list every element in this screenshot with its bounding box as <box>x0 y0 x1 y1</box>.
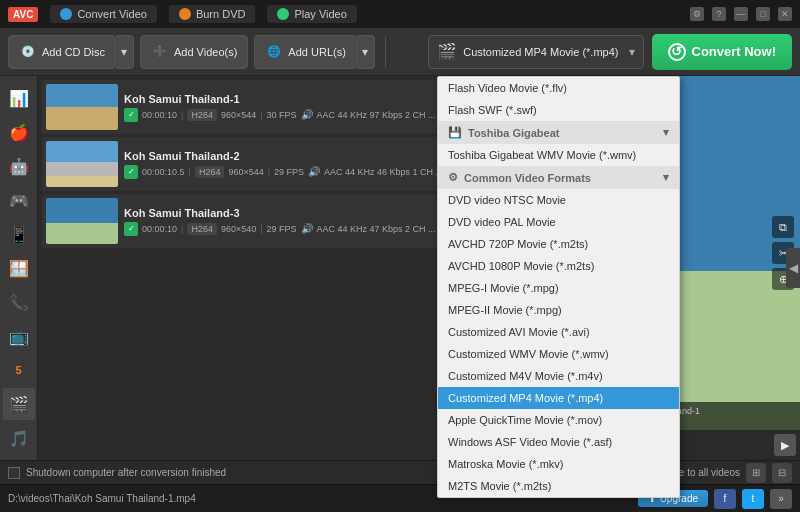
add-url-dropdown-button[interactable]: ▾ <box>357 35 375 69</box>
video-res-1: 960×544 <box>221 110 256 120</box>
play-video-icon <box>277 8 289 20</box>
mkv-label: Matroska Movie (*.mkv) <box>448 458 564 470</box>
video-audio-1: AAC 44 KHz 97 Kbps 2 CH ... <box>317 110 436 120</box>
video-audio-3: AAC 44 KHz 47 Kbps 2 CH ... <box>317 224 436 234</box>
burn-dvd-icon <box>179 8 191 20</box>
title-bar-left: AVC Convert Video Burn DVD Play Video <box>8 5 357 23</box>
tab-convert-video[interactable]: Convert Video <box>50 5 157 23</box>
dropdown-item-mov[interactable]: Apple QuickTime Movie (*.mov) <box>438 409 679 431</box>
maximize-button[interactable]: □ <box>756 7 770 21</box>
dropdown-item-wmv[interactable]: Customized WMV Movie (*.wmv) <box>438 343 679 365</box>
dropdown-item-m4v[interactable]: Customized M4V Movie (*.m4v) <box>438 365 679 387</box>
common-expand-icon[interactable]: ▾ <box>663 171 669 184</box>
shutdown-checkbox[interactable] <box>8 467 20 479</box>
tab-convert-video-label: Convert Video <box>77 8 147 20</box>
preview-collapse-arrow[interactable]: ◀ <box>786 248 800 288</box>
shutdown-label: Shutdown computer after conversion finis… <box>26 467 226 478</box>
help-button[interactable]: ? <box>712 7 726 21</box>
wmv-label: Customized WMV Movie (*.wmv) <box>448 348 609 360</box>
minimize-button[interactable]: — <box>734 7 748 21</box>
dropdown-item-dvd-pal[interactable]: DVD video PAL Movie <box>438 211 679 233</box>
format-selector-label: Customized MP4 Movie (*.mp4) <box>463 46 618 58</box>
add-video-icon: ➕ <box>151 43 169 61</box>
dropdown-item-mpeg2[interactable]: MPEG-II Movie (*.mpg) <box>438 299 679 321</box>
avi-label: Customized AVI Movie (*.avi) <box>448 326 590 338</box>
dropdown-item-flv[interactable]: Flash Video Movie (*.flv) <box>438 77 679 99</box>
dvd-pal-label: DVD video PAL Movie <box>448 216 556 228</box>
convert-video-icon <box>60 8 72 20</box>
settings-button[interactable]: ⚙ <box>690 7 704 21</box>
dropdown-header-common: ⚙ Common Video Formats ▾ <box>438 166 679 189</box>
dropdown-item-avi[interactable]: Customized AVI Movie (*.avi) <box>438 321 679 343</box>
facebook-button[interactable]: f <box>714 489 736 509</box>
video-duration-1: 00:00:10 <box>142 110 177 120</box>
video-res-2: 960×544 <box>228 167 263 177</box>
video-duration-3: 00:00:10 <box>142 224 177 234</box>
chart-icon[interactable]: 📊 <box>3 82 35 114</box>
toolbar: 💿 Add CD Disc ▾ ➕ Add Video(s) 🌐 Add URL… <box>0 28 800 76</box>
dropdown-item-avchd-720[interactable]: AVCHD 720P Movie (*.m2ts) <box>438 233 679 255</box>
format-dropdown-icon[interactable]: ▾ <box>629 45 635 59</box>
preview-copy-button[interactable]: ⧉ <box>772 216 794 238</box>
more-button[interactable]: » <box>770 489 792 509</box>
dropdown-item-swf[interactable]: Flash SWF (*.swf) <box>438 99 679 121</box>
video-fps-2: 29 FPS <box>274 167 304 177</box>
video-fps-1: 30 FPS <box>267 110 297 120</box>
dropdown-item-asf[interactable]: Windows ASF Video Movie (*.asf) <box>438 431 679 453</box>
video-duration-2: 00:00:10.5 <box>142 167 185 177</box>
dropdown-item-avchd-1080[interactable]: AVCHD 1080P Movie (*.m2ts) <box>438 255 679 277</box>
toshiba-label: Toshiba Gigabeat <box>468 127 559 139</box>
main-area: 📊 🍎 🤖 🎮 📱 🪟 📞 📺 5 🎬 🎵 Koh Samui Thailand… <box>0 76 800 460</box>
film-icon[interactable]: 🎬 <box>3 388 35 420</box>
dropdown-item-dvd-ntsc[interactable]: DVD video NTSC Movie <box>438 189 679 211</box>
tab-burn-dvd[interactable]: Burn DVD <box>169 5 256 23</box>
add-videos-button[interactable]: ➕ Add Video(s) <box>140 35 248 69</box>
dropdown-item-m2ts[interactable]: M2TS Movie (*.m2ts) <box>438 475 679 497</box>
video-audio-2: AAC 44 KHz 46 Kbps 1 CH ... <box>324 167 443 177</box>
dropdown-item-mp4[interactable]: Customized MP4 Movie (*.mp4) <box>438 387 679 409</box>
add-cd-disc-dropdown-button[interactable]: ▾ <box>116 35 134 69</box>
gaming-icon[interactable]: 🎮 <box>3 184 35 216</box>
music-icon[interactable]: 🎵 <box>3 422 35 454</box>
bottom-bar: D:\videos\Thai\Koh Samui Thailand-1.mp4 … <box>0 484 800 512</box>
avchd-720-label: AVCHD 720P Movie (*.m2ts) <box>448 238 588 250</box>
close-button[interactable]: ✕ <box>778 7 792 21</box>
video-thumb-3 <box>46 198 118 244</box>
sidebar-icons: 📊 🍎 🤖 🎮 📱 🪟 📞 📺 5 🎬 🎵 <box>0 76 38 460</box>
dropdown-item-toshiba-wmv[interactable]: Toshiba Gigabeat WMV Movie (*.wmv) <box>438 144 679 166</box>
windows-icon[interactable]: 🪟 <box>3 252 35 284</box>
dropdown-item-mkv[interactable]: Matroska Movie (*.mkv) <box>438 453 679 475</box>
twitter-button[interactable]: t <box>742 489 764 509</box>
swf-label: Flash SWF (*.swf) <box>448 104 537 116</box>
tab-play-video[interactable]: Play Video <box>267 5 356 23</box>
preview-next-button[interactable]: ▶ <box>774 434 796 456</box>
check-badge-2: ✓ <box>124 165 138 179</box>
html5-icon[interactable]: 5 <box>3 354 35 386</box>
convert-now-button[interactable]: ↺ Convert Now! <box>652 34 793 70</box>
toshiba-expand-icon[interactable]: ▾ <box>663 126 669 139</box>
video-fps-3: 29 FPS <box>267 224 297 234</box>
video-codec-2: H264 <box>195 166 225 178</box>
asf-label: Windows ASF Video Movie (*.asf) <box>448 436 612 448</box>
android-icon[interactable]: 🤖 <box>3 150 35 182</box>
mp4-label: Customized MP4 Movie (*.mp4) <box>448 392 603 404</box>
mov-label: Apple QuickTime Movie (*.mov) <box>448 414 602 426</box>
video-codec-3: H264 <box>187 223 217 235</box>
add-url-button[interactable]: 🌐 Add URL(s) <box>254 35 356 69</box>
video-thumb-1 <box>46 84 118 130</box>
dropdown-item-mpeg1[interactable]: MPEG-I Movie (*.mpg) <box>438 277 679 299</box>
common-video-icon: ⚙ <box>448 171 458 184</box>
m2ts-label: M2TS Movie (*.m2ts) <box>448 480 551 492</box>
check-badge-3: ✓ <box>124 222 138 236</box>
add-cd-disc-button[interactable]: 💿 Add CD Disc <box>8 35 116 69</box>
tv-icon[interactable]: 📺 <box>3 320 35 352</box>
huawei-icon[interactable]: 📱 <box>3 218 35 250</box>
apple-icon[interactable]: 🍎 <box>3 116 35 148</box>
convert-now-icon: ↺ <box>668 43 686 61</box>
profile-remove-icon[interactable]: ⊟ <box>772 463 792 483</box>
phone-icon[interactable]: 📞 <box>3 286 35 318</box>
m4v-label: Customized M4V Movie (*.m4v) <box>448 370 603 382</box>
video-res-3: 960×540 <box>221 224 256 234</box>
profile-add-icon[interactable]: ⊞ <box>746 463 766 483</box>
common-video-label: Common Video Formats <box>464 172 591 184</box>
